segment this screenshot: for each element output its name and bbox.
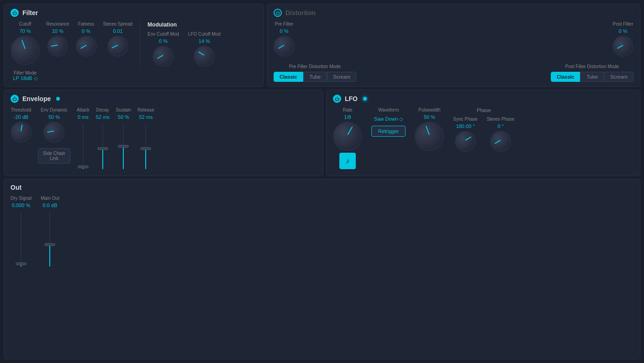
pulsewidth-knob[interactable]: [415, 122, 444, 151]
post-filter-scream-button[interactable]: Scream: [604, 72, 633, 82]
resonance-knob[interactable]: [47, 36, 68, 57]
lfo-cutoff-mod-knob[interactable]: [194, 46, 215, 67]
filter-power-button[interactable]: ⏻: [11, 9, 19, 17]
pulsewidth-label: Pulsewidth: [418, 107, 440, 112]
stereo-spread-knob[interactable]: [107, 36, 128, 57]
lfo-cutoff-mod-label: LFO Cutoff Mod: [188, 32, 221, 37]
env-cutoff-mod-label: Env Cutoff Mod: [148, 32, 179, 37]
decay-value: 52 ms: [96, 114, 110, 120]
attack-slider[interactable]: [83, 123, 84, 169]
lfo-rate-value: 1/8: [344, 114, 351, 120]
sustain-value: 50 %: [118, 114, 129, 120]
dry-signal-value: 0.000 %: [12, 203, 30, 208]
fatness-group: Fatness 0 %: [76, 21, 97, 81]
post-filter-mode-section: Post Filter Distortion Mode Classic Tube…: [551, 64, 633, 82]
sustain-label: Sustain: [116, 107, 131, 112]
envelope-dot: [56, 97, 60, 101]
pre-filter-label: Pre Filter: [275, 21, 294, 27]
sustain-slider[interactable]: [123, 123, 124, 169]
lfo-rate-label: Rate: [343, 107, 352, 112]
sync-phase-label: Sync Phase: [453, 117, 477, 122]
post-filter-classic-button[interactable]: Classic: [551, 72, 581, 82]
cutoff-value: 70 %: [19, 28, 31, 34]
threshold-value: -20 dB: [14, 114, 28, 120]
main-out-value: 0.0 dB: [43, 203, 58, 208]
release-group: Release 52 ms: [137, 107, 154, 171]
cutoff-knob[interactable]: [11, 36, 40, 65]
decay-group: Decay 52 ms: [96, 107, 110, 171]
cutoff-label: Cutoff: [19, 21, 32, 27]
stereo-phase-label: Stereo Phase: [487, 117, 515, 122]
envelope-power-button[interactable]: ⏻: [11, 95, 19, 103]
dry-signal-slider[interactable]: [21, 212, 21, 267]
envelope-panel: ⏻ Envelope Threshold -20 dB Env Dynamic …: [4, 90, 323, 176]
lfo-panel: ⏻ LFO Rate 1/8 ♪ Waveform Saw Down ◇ Ret…: [326, 90, 640, 176]
waveform-section: Waveform Saw Down ◇ Retrigger: [371, 107, 406, 137]
stereo-phase-group: Stereo Phase 0 °: [487, 117, 515, 152]
phase-section: Phase Sync Phase 180.00 ° Stereo Phase 0…: [453, 107, 514, 152]
distortion-controls: Pre Filter 0 % Post Filter 0 % Pre Filte…: [274, 21, 633, 82]
lfo-cutoff-mod-group: LFO Cutoff Mod 14 %: [188, 32, 221, 67]
envelope-header: ⏻ Envelope: [11, 95, 317, 103]
out-panel: Out Dry Signal 0.000 % Main Out 0.0 dB: [4, 179, 640, 359]
sync-phase-knob[interactable]: [455, 131, 476, 152]
stereo-phase-value: 0 °: [497, 123, 504, 129]
post-filter-label: Post Filter: [612, 21, 633, 27]
pre-filter-knob[interactable]: [274, 36, 295, 57]
distortion-mode-row: Pre Filter Distortion Mode Classic Tube …: [274, 64, 633, 82]
lfo-active-dot: [363, 97, 367, 101]
main-out-slider[interactable]: [49, 212, 50, 267]
lfo-rate-group: Rate 1/8 ♪: [333, 107, 362, 169]
post-filter-knob[interactable]: [612, 36, 633, 57]
release-slider[interactable]: [145, 123, 146, 169]
release-value: 52 ms: [139, 114, 153, 120]
modulation-knobs: Env Cutoff Mod 0 % LFO Cutoff Mod 14 %: [148, 32, 257, 67]
waveform-value[interactable]: Saw Down ◇: [374, 116, 403, 122]
main-out-group: Main Out 0.0 dB: [41, 196, 59, 268]
post-filter-mode-buttons: Classic Tube Scream: [551, 72, 633, 82]
attack-label: Attack: [77, 107, 90, 112]
env-dynamic-knob[interactable]: [43, 122, 64, 143]
post-filter-tube-button[interactable]: Tube: [581, 72, 604, 82]
pre-filter-value: 0 %: [280, 28, 289, 34]
decay-label: Decay: [96, 107, 109, 112]
threshold-knob[interactable]: [11, 122, 32, 143]
sustain-group: Sustain 50 %: [116, 107, 131, 171]
distortion-header: ⏻ Distortion: [274, 9, 633, 17]
resonance-group: Resonance 10 %: [46, 21, 69, 81]
envelope-title: Envelope: [22, 95, 51, 102]
distortion-title: Distortion: [285, 9, 316, 16]
filter-mode-value[interactable]: LP 18dB ◇: [13, 75, 37, 81]
pre-filter-mode-buttons: Classic Tube Scream: [274, 72, 356, 82]
pre-filter-mode-label: Pre Filter Distortion Mode: [289, 64, 341, 69]
envelope-controls: Threshold -20 dB Env Dynamic 50 % Side C…: [11, 107, 317, 171]
retrigger-button[interactable]: Retrigger: [371, 126, 406, 137]
env-cutoff-mod-value: 0 %: [159, 38, 168, 44]
env-cutoff-mod-knob[interactable]: [153, 46, 174, 67]
filter-mode-label: Filter Mode: [13, 70, 37, 75]
phase-knobs: Sync Phase 180.00 ° Stereo Phase 0 °: [453, 117, 514, 152]
resonance-label: Resonance: [46, 21, 69, 27]
modulation-title: Modulation: [148, 21, 257, 28]
distortion-power-button[interactable]: ⏻: [274, 9, 282, 17]
lfo-rate-knob[interactable]: [333, 122, 362, 151]
env-dynamic-value: 50 %: [48, 114, 60, 120]
attack-group: Attack 0 ms: [77, 107, 90, 171]
lfo-power-button[interactable]: ⏻: [333, 95, 341, 103]
side-chain-button[interactable]: Side ChainLink: [38, 148, 70, 164]
sync-phase-group: Sync Phase 180.00 °: [453, 117, 477, 152]
filter-panel: ⏻ Filter Cutoff 70 % Filter Mode LP 18dB…: [4, 4, 264, 87]
resonance-value: 10 %: [52, 28, 63, 34]
decay-slider[interactable]: [102, 123, 103, 169]
pre-filter-classic-button[interactable]: Classic: [274, 72, 303, 82]
post-filter-group: Post Filter 0 %: [612, 21, 633, 57]
out-controls: Dry Signal 0.000 % Main Out 0.0 dB: [11, 196, 633, 268]
pre-filter-scream-button[interactable]: Scream: [327, 72, 356, 82]
pre-filter-tube-button[interactable]: Tube: [304, 72, 327, 82]
fatness-knob[interactable]: [76, 36, 97, 57]
stereo-phase-knob[interactable]: [490, 131, 511, 152]
pre-filter-mode-section: Pre Filter Distortion Mode Classic Tube …: [274, 64, 356, 82]
filter-title: Filter: [22, 9, 38, 16]
filter-controls: Cutoff 70 % Filter Mode LP 18dB ◇ Resona…: [11, 21, 257, 81]
music-note-button[interactable]: ♪: [339, 153, 356, 169]
